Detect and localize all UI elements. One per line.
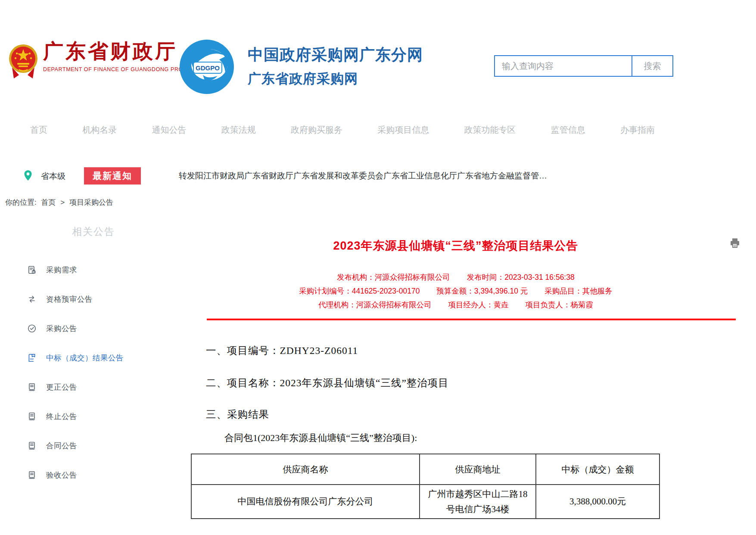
publish-org: 发布机构：河源众得招标有限公司 <box>337 273 450 282</box>
project-handler: 项目经办人：黄垚 <box>448 300 509 309</box>
sidebar-item-correction-notice[interactable]: 更正公告 <box>27 381 174 393</box>
sidebar-item-label: 采购公告 <box>46 323 77 334</box>
sidebar-item-label: 验收公告 <box>46 470 77 480</box>
section-procurement-result: 三、采购结果 <box>206 407 269 421</box>
breadcrumb-home-link[interactable]: 首页 <box>41 198 56 206</box>
breadcrumb-separator: > <box>60 198 65 206</box>
sidebar-item-label: 合同公告 <box>46 441 77 451</box>
header-award-amount: 中标（成交）金额 <box>536 454 660 485</box>
sidebar-item-contract-notice[interactable]: 合同公告 <box>27 440 174 452</box>
table-row: 中国电信股份有限公司广东分公司 广州市越秀区中山二路18号电信广场34楼 3,3… <box>191 485 660 519</box>
document-lines-icon <box>27 412 37 421</box>
cell-supplier-name: 中国电信股份有限公司广东分公司 <box>191 485 420 519</box>
nav-item-supervision-info[interactable]: 监管信息 <box>551 124 585 136</box>
procurement-category: 采购品目：其他服务 <box>544 287 613 295</box>
sidebar-item-label: 采购需求 <box>46 265 77 275</box>
announcement-meta-line-3: 代理机构：河源众得招标有限公司 项目经办人：黄垚 项目负责人：杨菊霞 <box>191 300 721 310</box>
nav-item-procurement-info[interactable]: 采购项目信息 <box>377 124 429 136</box>
breadcrumb: 你的位置: 首页 > 项目采购公告 <box>5 197 116 207</box>
location-pin-icon <box>24 170 32 183</box>
latest-notice-badge[interactable]: 最新通知 <box>84 167 141 185</box>
header-supplier-address: 供应商地址 <box>420 454 536 485</box>
gdgpo-badge-text: GDGPO <box>196 64 220 72</box>
sidebar-item-label: 资格预审公告 <box>46 294 93 304</box>
sidebar-item-procurement-demand[interactable]: 采购需求 <box>27 264 174 276</box>
site-title: 中国政府采购网广东分网 <box>248 44 423 66</box>
cell-award-amount: 3,388,000.00元 <box>536 485 660 519</box>
nav-item-notices[interactable]: 通知公告 <box>152 124 187 136</box>
sidebar-heading: 相关公告 <box>72 225 115 238</box>
notice-bar: 省本级 最新通知 转发阳江市财政局广东省财政厅广东省发展和改革委员会广东省工业信… <box>0 166 756 185</box>
table-header-row: 供应商名称 供应商地址 中标（成交）金额 <box>191 454 660 485</box>
section-project-name: 二、项目名称：2023年东源县仙塘镇“三线”整治项目 <box>206 376 449 390</box>
site-subtitle: 广东省政府采购网 <box>248 70 423 88</box>
search-input[interactable] <box>495 56 632 76</box>
result-table: 供应商名称 供应商地址 中标（成交）金额 中国电信股份有限公司广东分公司 广州市… <box>191 454 660 519</box>
announcement-title: 2023年东源县仙塘镇“三线”整治项目结果公告 <box>191 238 721 253</box>
sidebar-item-label: 终止公告 <box>46 411 77 422</box>
finance-logo-subtitle: DEPARTMENT OF FINANCE OF GUANGDONG PROVI… <box>43 66 201 72</box>
publish-time: 发布时间：2023-03-31 16:56:38 <box>467 273 575 282</box>
plan-number: 采购计划编号：441625-2023-00170 <box>299 287 420 295</box>
notice-ticker-link[interactable]: 转发阳江市财政局广东省财政厅广东省发展和改革委员会广东省工业信息化厅广东省地方金… <box>179 170 547 181</box>
agency: 代理机构：河源众得招标有限公司 <box>318 300 432 309</box>
nav-item-policy-zone[interactable]: 政策功能专区 <box>464 124 516 136</box>
gdgpo-logo[interactable]: GDGPO <box>178 38 236 97</box>
nav-item-org-directory[interactable]: 机构名录 <box>82 124 117 136</box>
sidebar-item-acceptance-notice[interactable]: 验收公告 <box>27 469 174 481</box>
clipboard-bag-icon <box>27 265 37 275</box>
print-icon[interactable] <box>729 237 741 249</box>
contract-package-line: 合同包1(2023年东源县仙塘镇“三线”整治项目): <box>224 432 417 444</box>
document-bookmark-icon <box>27 353 37 363</box>
sidebar-item-label: 中标（成交）结果公告 <box>46 353 124 363</box>
breadcrumb-prefix: 你的位置: <box>5 198 37 206</box>
finance-department-logo[interactable]: 广东省财政厅 DEPARTMENT OF FINANCE OF GUANGDON… <box>8 41 201 83</box>
breadcrumb-current: 项目采购公告 <box>69 198 113 206</box>
cell-supplier-address: 广州市越秀区中山二路18号电信广场34楼 <box>420 485 536 519</box>
main-nav: 首页 机构名录 通知公告 政策法规 政府购买服务 采购项目信息 政策功能专区 监… <box>30 124 655 136</box>
site-title-block[interactable]: 中国政府采购网广东分网 广东省政府采购网 <box>248 44 423 88</box>
document-lines-icon <box>27 441 37 451</box>
nav-item-policies[interactable]: 政策法规 <box>221 124 256 136</box>
budget-amount: 预算金额：3,394,396.10 元 <box>436 287 528 295</box>
sidebar-item-prequalification-notice[interactable]: 资格预审公告 <box>27 293 174 305</box>
announcement-meta-line-1: 发布机构：河源众得招标有限公司 发布时间：2023-03-31 16:56:38 <box>191 272 721 282</box>
sidebar-menu: 采购需求 资格预审公告 采购公告 中标（成交） <box>27 264 174 498</box>
project-manager: 项目负责人：杨菊霞 <box>525 300 593 309</box>
announcement-meta-line-2: 采购计划编号：441625-2023-00170 预算金额：3,394,396.… <box>191 286 721 296</box>
sidebar-item-procurement-notice[interactable]: 采购公告 <box>27 322 174 335</box>
sidebar-item-label: 更正公告 <box>46 382 77 392</box>
search-bar: 搜索 <box>494 55 673 77</box>
nav-item-gov-purchase-services[interactable]: 政府购买服务 <box>291 124 342 136</box>
document-lines-icon <box>27 470 37 480</box>
document-lines-icon <box>27 382 37 392</box>
red-divider <box>207 319 736 320</box>
header-supplier-name: 供应商名称 <box>191 454 420 485</box>
sidebar-item-termination-notice[interactable]: 终止公告 <box>27 410 174 422</box>
nav-item-home[interactable]: 首页 <box>30 124 47 136</box>
sidebar-item-award-result-notice[interactable]: 中标（成交）结果公告 <box>27 352 174 364</box>
search-button[interactable]: 搜索 <box>632 56 672 76</box>
loop-arrows-icon <box>27 294 37 304</box>
region-selector[interactable]: 省本级 <box>41 171 65 182</box>
nav-item-service-guide[interactable]: 办事指南 <box>620 124 655 136</box>
finance-logo-title: 广东省财政厅 <box>43 41 201 63</box>
section-project-number: 一、项目编号：ZDHY23-Z06011 <box>206 344 358 357</box>
national-emblem-icon <box>8 41 39 83</box>
target-check-icon <box>27 324 37 333</box>
